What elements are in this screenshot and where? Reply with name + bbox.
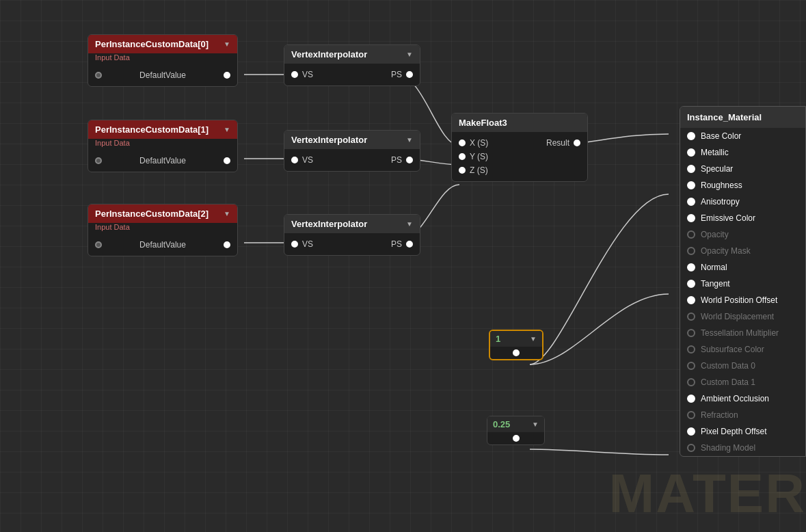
vertex-header-1[interactable]: VertexInterpolator ▼: [284, 131, 420, 149]
vertex-arrow-2[interactable]: ▼: [406, 220, 413, 228]
float-025-arrow[interactable]: ▼: [532, 421, 539, 428]
vertex-arrow-0[interactable]: ▼: [406, 51, 413, 58]
material-row[interactable]: Specular: [680, 161, 805, 177]
dropdown-arrow-1[interactable]: ▼: [224, 126, 230, 133]
make-float3-pin-z[interactable]: [459, 167, 466, 174]
material-pin: [687, 263, 695, 271]
vertex-in-pin-2[interactable]: [291, 241, 298, 248]
float-1-arrow[interactable]: ▼: [530, 335, 537, 343]
make-float3-label-z: Z (S): [470, 165, 488, 175]
vertex-arrow-1[interactable]: ▼: [406, 136, 413, 144]
material-pin: [687, 329, 695, 337]
material-row[interactable]: World Displacement: [680, 308, 805, 325]
float-025-pin[interactable]: [513, 435, 520, 442]
vertex-body-0: VS PS: [284, 64, 420, 85]
material-row[interactable]: Custom Data 0: [680, 358, 805, 374]
material-row[interactable]: Opacity: [680, 226, 805, 243]
vertex-out-pin-0[interactable]: [406, 71, 413, 78]
material-row[interactable]: Base Color: [680, 128, 805, 144]
material-pin: [687, 230, 695, 239]
vertex-node-2[interactable]: VertexInterpolator ▼ VS PS: [284, 214, 420, 256]
vertex-header-0[interactable]: VertexInterpolator ▼: [284, 45, 420, 64]
material-row[interactable]: Pixel Depth Offset: [680, 423, 805, 440]
make-float3-header[interactable]: MakeFloat3: [452, 114, 587, 132]
material-row-label: Refraction: [701, 410, 738, 420]
material-row[interactable]: Tangent: [680, 276, 805, 292]
material-pin: [687, 198, 695, 206]
vertex-node-1[interactable]: VertexInterpolator ▼ VS PS: [284, 130, 420, 172]
per-instance-node-1[interactable]: PerInstanceCustomData[1] ▼ Input Data De…: [88, 120, 238, 172]
material-row-label: Base Color: [701, 131, 741, 141]
material-row[interactable]: World Position Offset: [680, 292, 805, 308]
make-float3-row-y: Y (S): [452, 150, 587, 163]
per-instance-node-2[interactable]: PerInstanceCustomData[2] ▼ Input Data De…: [88, 204, 238, 256]
material-row-label: Roughness: [701, 181, 742, 190]
material-row[interactable]: Tessellation Multiplier: [680, 325, 805, 341]
material-row[interactable]: Shading Model: [680, 440, 805, 456]
make-float3-pin-x[interactable]: [459, 139, 466, 146]
material-row[interactable]: Emissive Color: [680, 210, 805, 226]
node-subtitle-0: Input Data: [88, 53, 237, 64]
node-body-0: DefaultValue: [88, 64, 237, 86]
float-1-node[interactable]: 1 ▼: [489, 330, 543, 360]
vertex-body-2: VS PS: [284, 233, 420, 255]
node-title-2: PerInstanceCustomData[2]: [95, 209, 209, 219]
input-pin-0[interactable]: [95, 72, 102, 79]
float-025-value: 0.25: [493, 419, 510, 429]
material-pin: [687, 395, 695, 403]
make-float3-pin-y[interactable]: [459, 153, 466, 160]
node-title-0: PerInstanceCustomData[0]: [95, 39, 209, 49]
vertex-row-0: VS PS: [284, 68, 420, 81]
input-pin-2[interactable]: [95, 241, 102, 248]
material-pin: [687, 247, 695, 255]
vertex-out-pin-2[interactable]: [406, 241, 413, 248]
vertex-node-0[interactable]: VertexInterpolator ▼ VS PS: [284, 44, 420, 86]
material-row[interactable]: Roughness: [680, 177, 805, 194]
float-025-node[interactable]: 0.25 ▼: [487, 416, 545, 445]
input-pin-1[interactable]: [95, 157, 102, 164]
make-float3-title: MakeFloat3: [459, 118, 507, 128]
vertex-header-2[interactable]: VertexInterpolator ▼: [284, 215, 420, 233]
make-float3-node[interactable]: MakeFloat3 X (S) Result Y (S) Z (S): [451, 113, 588, 182]
make-float3-result-label: Result: [546, 138, 569, 148]
material-row[interactable]: Opacity Mask: [680, 243, 805, 259]
node-header-1[interactable]: PerInstanceCustomData[1] ▼: [88, 120, 237, 139]
dropdown-arrow-2[interactable]: ▼: [224, 210, 230, 217]
vertex-out-pin-1[interactable]: [406, 157, 413, 163]
node-body-1: DefaultValue: [88, 150, 237, 172]
material-pin: [687, 411, 695, 419]
float-1-header: 1 ▼: [490, 331, 542, 347]
material-row-label: Specular: [701, 164, 733, 174]
node-header-2[interactable]: PerInstanceCustomData[2] ▼: [88, 204, 237, 223]
material-row-label: Metallic: [701, 148, 729, 157]
instance-material-panel: Instance_Material Base ColorMetallicSpec…: [680, 106, 806, 457]
material-row[interactable]: Metallic: [680, 144, 805, 161]
output-pin-2[interactable]: [224, 241, 230, 248]
node-header-0[interactable]: PerInstanceCustomData[0] ▼: [88, 35, 237, 53]
watermark: MATER: [609, 462, 806, 525]
vertex-in-pin-1[interactable]: [291, 157, 298, 163]
vertex-title-0: VertexInterpolator: [291, 49, 367, 59]
output-pin-0[interactable]: [224, 72, 230, 79]
material-pin: [687, 280, 695, 288]
make-float3-result-pin[interactable]: [574, 139, 580, 146]
output-pin-1[interactable]: [224, 157, 230, 164]
material-row-label: Pixel Depth Offset: [701, 427, 767, 436]
node-row-2: DefaultValue: [88, 238, 237, 252]
per-instance-node-0[interactable]: PerInstanceCustomData[0] ▼ Input Data De…: [88, 34, 238, 87]
material-row[interactable]: Normal: [680, 259, 805, 276]
material-row[interactable]: Custom Data 1: [680, 374, 805, 390]
material-pin: [687, 296, 695, 304]
material-pin: [687, 132, 695, 140]
material-row[interactable]: Anisotropy: [680, 194, 805, 210]
material-row[interactable]: Refraction: [680, 407, 805, 423]
material-pin: [687, 181, 695, 189]
material-row[interactable]: Subsurface Color: [680, 341, 805, 358]
material-row-label: Subsurface Color: [701, 345, 764, 354]
vertex-in-pin-0[interactable]: [291, 71, 298, 78]
material-row-label: Shading Model: [701, 443, 755, 453]
dropdown-arrow-0[interactable]: ▼: [224, 40, 230, 48]
float-1-pin[interactable]: [513, 349, 520, 356]
material-pin: [687, 345, 695, 354]
material-row[interactable]: Ambient Occlusion: [680, 390, 805, 407]
